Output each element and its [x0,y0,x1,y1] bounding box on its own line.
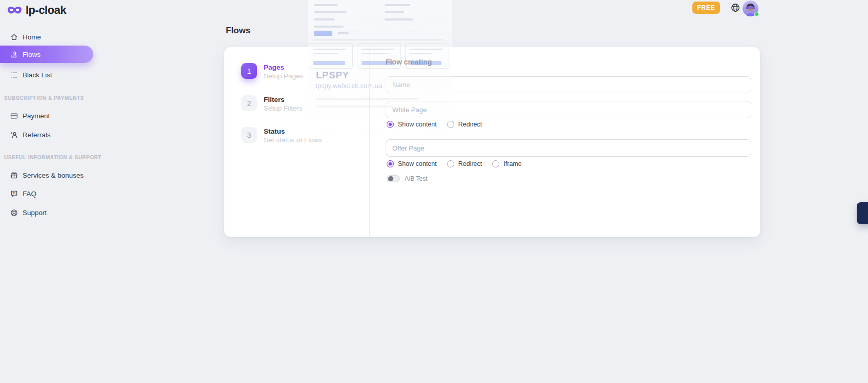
sidebar-item-label: Black List [23,71,52,79]
ghost-rule [314,39,443,40]
gift-icon [10,172,18,179]
lifebuoy-icon [10,209,18,217]
radio-unselected-icon[interactable] [447,160,454,167]
sidebar-item-label: Referrals [23,131,51,139]
white-show-content-option[interactable]: Show content [387,121,437,128]
black-list-icon [10,71,18,79]
step-title: Status [264,127,322,135]
radio-label: Redirect [458,160,482,167]
white-redirect-option[interactable]: Redirect [447,121,482,128]
globe-icon [730,3,740,13]
wizard-step-status[interactable]: 3 Status Set status of Flows [241,127,322,144]
section-header-label: SUBSCRIPTION & PAYMENTS [4,95,84,101]
radio-unselected-icon[interactable] [447,121,454,128]
sidebar-item-label: Flows [23,51,40,58]
sidebar-item-label: Home [23,33,41,41]
ghost-button [314,31,332,36]
wizard-step-filters[interactable]: 2 Filters Setup Filters [241,95,303,112]
sidebar-item-referrals[interactable]: Referrals [0,128,93,141]
ghost-bar [385,4,410,6]
step-number: 3 [241,127,257,143]
plan-badge[interactable]: FREE [692,2,720,14]
sidebar-item-black-list[interactable]: Black List [0,68,93,81]
section-header-rule [88,98,91,98]
card-divider [369,47,370,237]
white-page-input[interactable] [386,101,751,118]
sidebar-section-support: USEFUL INFORMATION & SUPPORT [4,155,91,160]
offer-show-content-option[interactable]: Show content [387,160,437,167]
radio-selected-icon[interactable] [387,121,394,128]
radio-label: Show content [398,160,437,167]
step-subtitle: Setup Pages [264,72,303,80]
step-number: 1 [241,63,257,79]
credit-card-icon [10,112,18,120]
referrals-icon [10,131,18,139]
sidebar: lp-cloak Home Flows Black List [0,0,93,383]
user-avatar[interactable] [743,1,758,16]
offer-iframe-option[interactable]: Iframe [492,160,521,167]
wizard-step-pages[interactable]: 1 Pages Setup Pages [241,63,303,80]
sidebar-item-label: Support [23,209,47,217]
online-status-dot [754,12,759,16]
form-title: Flow creating [386,58,432,66]
ghost-bar [314,26,344,28]
sidebar-item-support[interactable]: Support [0,206,93,219]
white-page-mode-group: Show content Redirect [387,121,482,128]
radio-label: Show content [398,121,437,128]
ghost-bar [385,11,404,13]
ghost-bar [314,11,347,13]
flow-name-input[interactable] [386,76,751,93]
toggle-knob [388,176,393,181]
app-window: lp-cloak Home Flows Black List [0,0,868,383]
radio-unselected-icon[interactable] [492,160,499,167]
radio-label: Iframe [503,160,521,167]
section-header-label: USEFUL INFORMATION & SUPPORT [4,155,101,160]
sidebar-item-services-bonuses[interactable]: Services & bonuses [0,168,93,182]
radio-label: Redirect [458,121,482,128]
step-title: Filters [264,95,303,103]
flow-creating-card: 1 Pages Setup Pages 2 Filters Setup Filt… [224,47,760,237]
step-title: Pages [264,63,303,71]
offer-redirect-option[interactable]: Redirect [447,160,482,167]
home-icon [10,33,18,41]
next-step-button[interactable]: Next step [857,202,868,224]
faq-icon: ?! [10,190,18,198]
offer-page-mode-group: Show content Redirect Iframe [387,160,522,167]
page-title: Flows [226,26,250,36]
ghost-bar [314,4,337,6]
sidebar-item-flows[interactable]: Flows [0,46,93,63]
sidebar-item-home[interactable]: Home [0,30,93,44]
sidebar-item-label: FAQ [23,190,36,198]
ghost-bar [314,18,334,20]
brand-logo[interactable]: lp-cloak [7,4,66,17]
sidebar-item-label: Payment [23,112,50,120]
step-subtitle: Set status of Flows [264,136,322,144]
sidebar-item-payment[interactable]: Payment [0,109,93,122]
ghost-bar [385,18,413,20]
brand-name: lp-cloak [26,4,66,17]
svg-text:?!: ?! [12,191,15,195]
flow-form: Flow creating Show content Redirect Show… [386,47,751,237]
offer-page-input[interactable] [386,139,751,157]
flows-icon [10,51,18,58]
sidebar-item-faq[interactable]: ?! FAQ [0,187,93,200]
sidebar-item-label: Services & bonuses [23,172,83,179]
mask-logo-icon [7,6,22,15]
step-number: 2 [241,95,257,111]
sidebar-section-subscription: SUBSCRIPTION & PAYMENTS [4,95,91,101]
ghost-bar [337,32,349,34]
ab-test-label: A/B Test [405,175,427,182]
ab-test-toggle[interactable] [387,175,400,182]
step-subtitle: Setup Filters [264,104,303,112]
language-button[interactable] [730,3,740,13]
radio-selected-icon[interactable] [387,160,394,167]
ab-test-toggle-row[interactable]: A/B Test [387,175,427,182]
